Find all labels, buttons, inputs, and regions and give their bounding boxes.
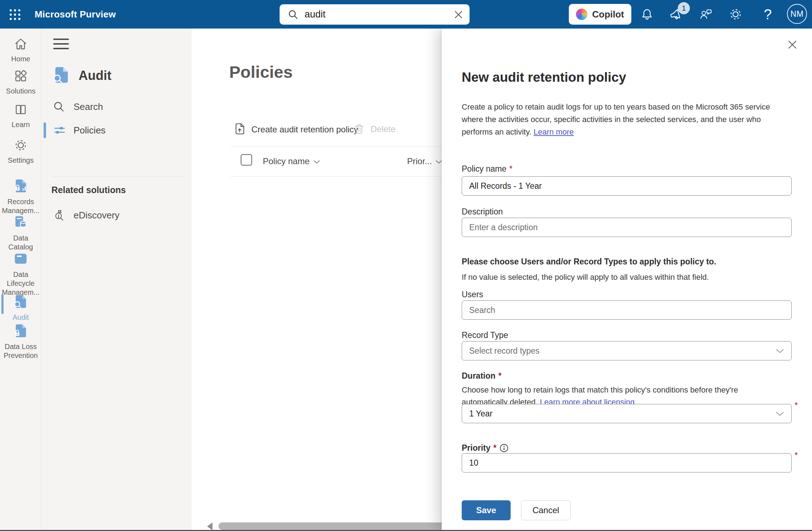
- record-type-label: Record Type: [462, 330, 508, 340]
- record-type-select[interactable]: Select record types: [462, 341, 792, 360]
- rail-item-data-lifecycle[interactable]: Data Lifecycle Managem...: [0, 251, 41, 297]
- search-icon: [53, 101, 65, 113]
- nav-item-policies[interactable]: Policies: [41, 120, 191, 141]
- settings-gear-icon: [13, 138, 28, 154]
- data-lifecycle-icon: [12, 251, 29, 268]
- copilot-logo-icon: [576, 9, 587, 20]
- solutions-grid-icon: [13, 69, 28, 85]
- rail-item-home[interactable]: Home: [0, 36, 41, 64]
- audit-icon: [12, 293, 29, 311]
- left-rail: Home Solutions Learn Settings Records Ma…: [0, 29, 41, 531]
- duration-label: Duration*: [462, 371, 502, 381]
- collapse-nav-hamburger-icon[interactable]: [53, 39, 69, 49]
- priority-required-asterisk: *: [795, 450, 798, 460]
- info-icon[interactable]: [499, 443, 509, 453]
- description-input[interactable]: Enter a description: [462, 218, 792, 237]
- nav-item-search[interactable]: Search: [41, 96, 191, 117]
- priority-label: Priority*: [462, 443, 509, 453]
- ediscovery-icon: [53, 208, 68, 223]
- column-header-policy-name[interactable]: Policy name: [263, 156, 320, 166]
- create-audit-retention-policy-button[interactable]: Create audit retention policy: [233, 122, 358, 137]
- page-title: Policies: [229, 62, 293, 82]
- users-label: Users: [462, 290, 483, 299]
- data-loss-prevention-icon: [12, 323, 29, 340]
- rail-item-solutions[interactable]: Solutions: [0, 69, 41, 96]
- global-search-input[interactable]: audit: [280, 4, 470, 25]
- notifications-bell-icon[interactable]: [640, 7, 654, 21]
- feedback-icon[interactable]: [699, 7, 713, 21]
- nav-divider: [51, 176, 185, 177]
- close-panel-icon[interactable]: [783, 36, 801, 54]
- panel-intro-text: Create a policy to retain audit logs for…: [462, 101, 790, 138]
- data-catalog-icon: [12, 214, 29, 232]
- help-icon[interactable]: ?: [761, 5, 775, 24]
- learn-book-icon: [13, 102, 28, 118]
- filters-sliders-icon: [53, 123, 66, 137]
- save-button[interactable]: Save: [462, 500, 511, 520]
- rail-item-audit[interactable]: Audit: [0, 293, 41, 322]
- duration-select[interactable]: 1 Year: [462, 404, 792, 423]
- policy-name-input[interactable]: All Records - 1 Year: [462, 176, 792, 196]
- description-label: Description: [462, 207, 503, 217]
- scroll-left-arrow[interactable]: [207, 522, 212, 530]
- chevron-down-icon: [313, 156, 320, 166]
- related-solutions-header: Related solutions: [51, 185, 126, 195]
- rail-item-settings[interactable]: Settings: [0, 138, 41, 165]
- copilot-button[interactable]: Copilot: [569, 4, 631, 25]
- users-search-input[interactable]: Search: [462, 300, 792, 320]
- records-management-icon: [12, 178, 29, 196]
- new-audit-retention-policy-panel: New audit retention policy Create a poli…: [442, 29, 812, 531]
- priority-input[interactable]: 10: [462, 453, 792, 472]
- rail-item-data-catalog[interactable]: Data Catalog: [0, 214, 41, 252]
- chevron-down-icon: [776, 409, 784, 419]
- active-nav-indicator: [44, 122, 46, 138]
- nav-header-audit: Audit: [51, 65, 111, 86]
- purview-app-window: Microsoft Purview audit Copilot 1 ?: [0, 0, 812, 531]
- app-launcher-waffle-icon[interactable]: [9, 8, 21, 21]
- announcements-count-badge: 1: [678, 2, 690, 14]
- learn-more-link[interactable]: Learn more: [533, 127, 574, 136]
- rail-item-data-loss-prevention[interactable]: Data Loss Prevention: [0, 323, 41, 360]
- nav-item-ediscovery[interactable]: eDiscovery: [41, 205, 191, 226]
- column-header-priority[interactable]: Prior...: [407, 156, 442, 166]
- cancel-button[interactable]: Cancel: [521, 500, 571, 520]
- trash-icon: [353, 122, 366, 136]
- clear-search-icon[interactable]: [450, 6, 467, 23]
- rail-item-records-management[interactable]: Records Managem...: [0, 178, 41, 215]
- policy-name-label: Policy name*: [462, 164, 512, 174]
- new-document-icon: [233, 122, 246, 137]
- search-icon: [287, 9, 299, 20]
- rail-item-learn[interactable]: Learn: [0, 102, 41, 129]
- home-icon: [13, 36, 28, 53]
- delete-button-disabled[interactable]: Delete: [353, 122, 395, 136]
- top-bar: Microsoft Purview audit Copilot 1 ?: [0, 0, 812, 29]
- select-all-checkbox[interactable]: [241, 154, 252, 166]
- audit-icon: [51, 65, 71, 86]
- duration-required-asterisk: *: [795, 400, 798, 410]
- scope-section-subtext: If no value is selected, the policy will…: [462, 273, 790, 282]
- search-query-text: audit: [305, 9, 450, 20]
- panel-title: New audit retention policy: [462, 70, 626, 85]
- nav-title: Audit: [79, 68, 111, 83]
- chevron-down-icon: [776, 346, 784, 356]
- account-avatar[interactable]: NM: [787, 4, 807, 24]
- audit-nav-panel: Audit Search Policies Related solutions …: [41, 29, 191, 531]
- product-title: Microsoft Purview: [35, 9, 116, 20]
- active-rail-indicator: [1, 294, 4, 314]
- settings-gear-icon[interactable]: [728, 7, 743, 21]
- scope-section-heading: Please choose Users and/or Record Types …: [462, 257, 790, 267]
